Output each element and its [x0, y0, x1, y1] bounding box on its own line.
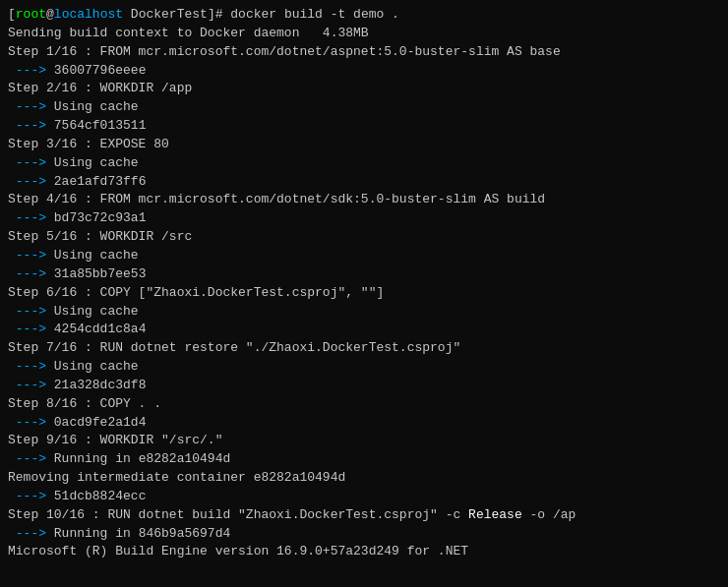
arrow-12: ---> [8, 378, 54, 392]
step-10-prefix: Step 10/16 : RUN dotnet build "Zhaoxi.Do… [8, 507, 468, 522]
prompt-bracket-open: [ [8, 7, 16, 22]
output-text: Sending build context to Docker daemon 4… [8, 26, 369, 40]
cache-3: Using cache [54, 155, 139, 170]
cache-7: Using cache [54, 359, 139, 374]
release-keyword: Release [468, 507, 522, 522]
line-2: Step 1/16 : FROM mcr.microsoft.com/dotne… [8, 43, 720, 62]
line-27: Step 10/16 : RUN dotnet build "Zhaoxi.Do… [8, 506, 720, 525]
line-25: Removing intermediate container e8282a10… [8, 469, 720, 488]
terminal: [root@localhost DockerTest]# docker buil… [0, 0, 728, 587]
hash-2: 7564cf013511 [54, 118, 147, 133]
arrow-4: ---> [8, 155, 54, 170]
arrow-8: ---> [8, 266, 54, 281]
line-5: ---> Using cache [8, 98, 720, 117]
arrow-1: ---> [8, 63, 54, 78]
line-8: ---> Using cache [8, 154, 720, 173]
line-26: ---> 51dcb8824ecc [8, 488, 720, 506]
line-20: ---> 21a328dc3df8 [8, 377, 720, 395]
arrow-6: ---> [8, 210, 54, 225]
hash-5: 31a85bb7ee53 [54, 266, 147, 281]
arrow-13: ---> [8, 415, 54, 430]
line-13: ---> Using cache [8, 247, 720, 265]
line-16: ---> Using cache [8, 303, 720, 322]
line-3: ---> 36007796eeee [8, 62, 720, 81]
step-3: Step 3/16 : EXPOSE 80 [8, 137, 169, 151]
arrow-14: ---> [8, 451, 54, 466]
cache-6: Using cache [54, 304, 139, 319]
line-28: ---> Running in 846b9a5697d4 [8, 525, 720, 544]
line-4: Step 2/16 : WORKDIR /app [8, 80, 720, 98]
line-12: Step 5/16 : WORKDIR /src [8, 228, 720, 247]
prompt-command: docker build -t demo . [230, 7, 399, 22]
hash-8: 0acd9fe2a1d4 [54, 415, 147, 430]
step-10-suffix: -o /ap [522, 507, 576, 522]
line-9: ---> 2ae1afd73ff6 [8, 173, 720, 192]
arrow-9: ---> [8, 304, 54, 319]
prompt-path: DockerTest]# [123, 7, 230, 22]
hash-1: 36007796eeee [54, 63, 147, 78]
line-19: ---> Using cache [8, 358, 720, 377]
running-9: Running in e8282a10494d [54, 451, 230, 466]
step-4: Step 4/16 : FROM mcr.microsoft.com/dotne… [8, 192, 545, 206]
arrow-15: ---> [8, 489, 54, 503]
hash-3: 2ae1afd73ff6 [54, 174, 147, 189]
line-14: ---> 31a85bb7ee53 [8, 265, 720, 284]
line-1: Sending build context to Docker daemon 4… [8, 25, 720, 43]
step-7: Step 7/16 : RUN dotnet restore "./Zhaoxi… [8, 340, 460, 355]
arrow-2: ---> [8, 99, 54, 114]
prompt-at: @ [46, 7, 54, 22]
line-22: ---> 0acd9fe2a1d4 [8, 414, 720, 433]
hash-4: bd73c72c93a1 [54, 210, 147, 225]
line-23: Step 9/16 : WORKDIR "/src/." [8, 432, 720, 450]
line-6: ---> 7564cf013511 [8, 117, 720, 136]
step-5: Step 5/16 : WORKDIR /src [8, 229, 192, 244]
arrow-10: ---> [8, 322, 54, 336]
line-29: Microsoft (R) Build Engine version 16.9.… [8, 543, 720, 561]
line-10: Step 4/16 : FROM mcr.microsoft.com/dotne… [8, 191, 720, 209]
line-15: Step 6/16 : COPY ["Zhaoxi.DockerTest.csp… [8, 284, 720, 303]
running-10: Running in 846b9a5697d4 [54, 526, 230, 541]
step-1: Step 1/16 : FROM mcr.microsoft.com/dotne… [8, 44, 561, 59]
arrow-16: ---> [8, 526, 54, 541]
cache-2: Using cache [54, 99, 139, 114]
step-9: Step 9/16 : WORKDIR "/src/." [8, 433, 222, 447]
step-6: Step 6/16 : COPY ["Zhaoxi.DockerTest.csp… [8, 285, 384, 300]
arrow-3: ---> [8, 118, 54, 133]
hash-6: 4254cdd1c8a4 [54, 322, 147, 336]
arrow-7: ---> [8, 248, 54, 263]
hash-7: 21a328dc3df8 [54, 378, 147, 392]
line-0: [root@localhost DockerTest]# docker buil… [8, 6, 720, 25]
removing-container: Removing intermediate container e8282a10… [8, 470, 345, 485]
line-7: Step 3/16 : EXPOSE 80 [8, 136, 720, 154]
line-17: ---> 4254cdd1c8a4 [8, 321, 720, 339]
line-24: ---> Running in e8282a10494d [8, 450, 720, 469]
step-2: Step 2/16 : WORKDIR /app [8, 81, 192, 95]
line-11: ---> bd73c72c93a1 [8, 209, 720, 228]
step-8: Step 8/16 : COPY . . [8, 396, 161, 411]
hash-9: 51dcb8824ecc [54, 489, 147, 503]
prompt-host: localhost [54, 7, 123, 22]
cache-5: Using cache [54, 248, 139, 263]
line-21: Step 8/16 : COPY . . [8, 395, 720, 414]
arrow-5: ---> [8, 174, 54, 189]
arrow-11: ---> [8, 359, 54, 374]
msbuild-line: Microsoft (R) Build Engine version 16.9.… [8, 544, 468, 558]
line-18: Step 7/16 : RUN dotnet restore "./Zhaoxi… [8, 339, 720, 358]
prompt-user: root [16, 7, 46, 22]
